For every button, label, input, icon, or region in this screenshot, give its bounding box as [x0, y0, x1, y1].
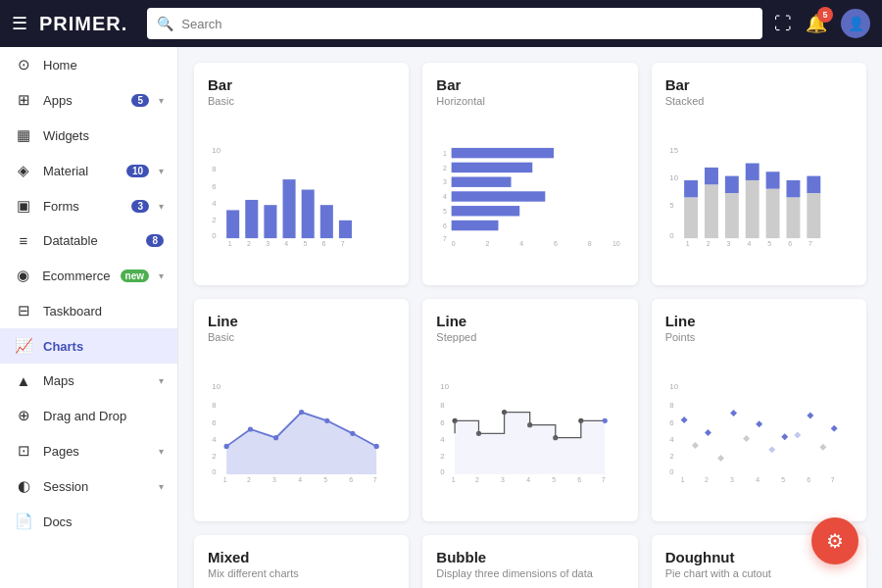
svg-rect-45 — [705, 184, 718, 238]
svg-rect-50 — [745, 164, 759, 180]
svg-text:6: 6 — [349, 476, 353, 483]
avatar[interactable]: 👤 — [841, 9, 870, 38]
svg-text:8: 8 — [441, 401, 445, 410]
notification-button[interactable]: 🔔 5 — [806, 13, 827, 34]
svg-text:6: 6 — [554, 240, 558, 247]
sidebar-item-apps[interactable]: ⊞ Apps 5 ▾ — [0, 82, 177, 118]
search-input[interactable] — [181, 17, 753, 31]
ecommerce-arrow: ▾ — [159, 270, 164, 281]
chart-bar-stacked-subtitle: Stacked — [665, 95, 853, 107]
sidebar-item-material[interactable]: ◈ Material 10 ▾ — [0, 153, 177, 188]
svg-text:8: 8 — [212, 165, 216, 173]
sidebar-item-forms[interactable]: ▣ Forms 3 ▾ — [0, 188, 177, 223]
sidebar-item-home[interactable]: ⊙ Home — [0, 47, 177, 82]
pages-arrow: ▾ — [159, 446, 164, 457]
apps-badge: 5 — [131, 94, 149, 107]
sidebar-item-maps[interactable]: ▲ Maps ▾ — [0, 364, 177, 398]
sidebar-label-taskboard: Taskboard — [43, 304, 164, 318]
ecommerce-badge: new — [121, 270, 149, 282]
svg-text:10: 10 — [212, 382, 220, 391]
svg-text:2: 2 — [212, 452, 216, 461]
svg-text:2: 2 — [212, 216, 216, 224]
sidebar-item-ecommerce[interactable]: ◉ Ecommerce new ▾ — [0, 258, 177, 293]
svg-marker-114 — [730, 410, 737, 416]
svg-rect-6 — [226, 210, 239, 238]
sidebar-item-taskboard[interactable]: ⊟ Taskboard — [0, 293, 177, 328]
topbar-actions: ⛶ 🔔 5 👤 — [774, 9, 870, 38]
svg-text:2: 2 — [247, 476, 251, 483]
chart-bar-basic: Bar Basic 10 8 6 4 2 0 — [194, 63, 409, 285]
chart-bar-basic-svg: 10 8 6 4 2 0 — [208, 115, 395, 271]
svg-point-72 — [248, 426, 253, 431]
svg-marker-118 — [830, 425, 837, 432]
svg-rect-29 — [452, 176, 512, 186]
svg-rect-51 — [765, 189, 779, 238]
svg-marker-70 — [226, 413, 376, 474]
sidebar-label-docs: Docs — [43, 514, 164, 529]
docs-icon: 📄 — [14, 513, 33, 530]
session-arrow: ▾ — [159, 481, 164, 492]
svg-text:0: 0 — [212, 231, 217, 240]
svg-text:3: 3 — [501, 476, 505, 483]
fab-button[interactable]: ⚙ — [811, 517, 858, 564]
svg-rect-32 — [452, 220, 499, 230]
svg-text:2: 2 — [705, 476, 709, 483]
sidebar-label-datatable: Datatable — [43, 233, 136, 248]
chart-bar-basic-subtitle: Basic — [208, 95, 395, 107]
sidebar-label-apps: Apps — [43, 93, 122, 108]
svg-text:6: 6 — [443, 222, 447, 229]
svg-point-75 — [324, 418, 329, 423]
svg-rect-52 — [765, 172, 779, 188]
svg-text:6: 6 — [212, 418, 216, 427]
sidebar-label-forms: Forms — [43, 199, 122, 214]
svg-rect-55 — [807, 193, 820, 238]
svg-text:2: 2 — [475, 476, 479, 483]
svg-rect-54 — [786, 180, 800, 197]
sidebar-item-session[interactable]: ◐ Session ▾ — [0, 468, 177, 504]
svg-rect-11 — [320, 205, 333, 238]
sidebar-item-widgets[interactable]: ▦ Widgets — [0, 118, 177, 153]
svg-rect-56 — [807, 176, 820, 193]
sidebar-item-datatable[interactable]: ≡ Datatable 8 — [0, 223, 177, 258]
sidebar-item-docs[interactable]: 📄 Docs — [0, 504, 177, 539]
sidebar-label-maps: Maps — [43, 373, 149, 388]
svg-rect-28 — [452, 163, 533, 172]
svg-marker-123 — [794, 432, 801, 439]
svg-marker-116 — [781, 433, 788, 440]
sidebar-item-drag-drop[interactable]: ⊕ Drag and Drop — [0, 398, 177, 433]
topbar: ☰ PRIMER. 🔍 ⛶ 🔔 5 👤 — [0, 0, 882, 47]
svg-point-77 — [374, 444, 379, 449]
chart-line-points: Line Points 10 8 6 4 2 0 — [652, 299, 866, 521]
svg-text:0: 0 — [212, 467, 217, 476]
svg-text:0: 0 — [441, 467, 446, 476]
maps-arrow: ▾ — [159, 375, 164, 386]
menu-icon[interactable]: ☰ — [12, 13, 27, 34]
expand-button[interactable]: ⛶ — [774, 14, 792, 34]
chart-line-points-subtitle: Points — [665, 331, 853, 343]
svg-marker-120 — [717, 455, 724, 462]
sidebar-label-ecommerce: Ecommerce — [42, 269, 110, 283]
chart-bar-horizontal: Bar Horizontal 1 2 3 4 5 6 7 — [422, 63, 637, 285]
svg-text:3: 3 — [272, 476, 276, 483]
chart-line-basic: Line Basic 10 8 6 4 2 0 — [194, 299, 409, 521]
chart-bar-basic-title: Bar — [208, 76, 395, 93]
material-badge: 10 — [126, 165, 149, 177]
svg-point-73 — [273, 435, 278, 440]
chart-bar-horizontal-svg: 1 2 3 4 5 6 7 — [436, 115, 623, 271]
forms-icon: ▣ — [14, 197, 33, 215]
search-bar: 🔍 — [147, 8, 762, 39]
svg-point-71 — [224, 444, 229, 449]
chart-doughnut-subtitle: Pie chart with a cutout — [665, 567, 853, 579]
svg-rect-27 — [452, 148, 554, 158]
sidebar-label-pages: Pages — [43, 444, 149, 459]
svg-text:5: 5 — [553, 476, 557, 483]
apps-arrow: ▾ — [159, 95, 164, 106]
svg-text:4: 4 — [441, 435, 446, 444]
svg-text:1: 1 — [223, 476, 227, 483]
sidebar-item-charts[interactable]: 📈 Charts — [0, 328, 177, 364]
svg-text:4: 4 — [527, 476, 531, 483]
material-icon: ◈ — [14, 162, 33, 179]
sidebar-item-pages[interactable]: ⊡ Pages ▾ — [0, 433, 177, 468]
svg-text:3: 3 — [443, 178, 447, 185]
svg-marker-98 — [455, 413, 605, 474]
